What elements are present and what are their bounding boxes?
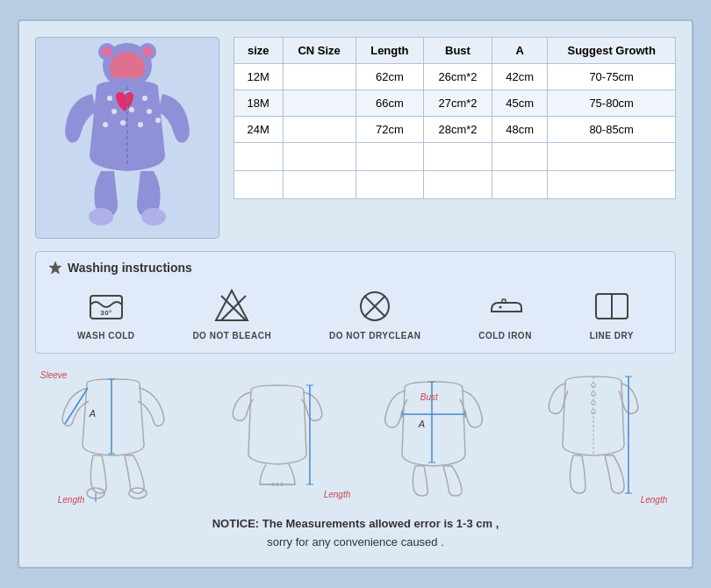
length-label-1: Length (58, 495, 85, 505)
svg-point-3 (102, 47, 112, 57)
svg-point-16 (155, 118, 161, 123)
do-not-bleach-item: DO NOT BLEACH (192, 287, 271, 341)
top-section: size CN Size Length Bust A Suggest Growt… (35, 37, 676, 239)
size-table: size CN Size Length Bust A Suggest Growt… (233, 37, 676, 239)
star-icon (48, 261, 62, 275)
svg-point-31 (499, 305, 501, 308)
svg-point-4 (142, 47, 153, 57)
washing-title: Washing instructions (48, 261, 663, 275)
washing-icons: 30° WASH COLD DO NOT BLEACH (48, 287, 663, 341)
table-row-empty (234, 142, 676, 170)
table-row: 24M72cm28cm*248cm80-85cm (234, 116, 676, 142)
notice-section: NOTICE: The Measurements allowed error i… (35, 515, 676, 552)
col-suggest-growth: Suggest Growth (548, 37, 676, 63)
table-row: 12M62cm26cm*242cm70-75cm (234, 63, 676, 90)
length-label-2: Length (324, 490, 351, 499)
diagram-footed-romper: Sleeve A Length (39, 366, 197, 506)
diagram-onesie: Length (212, 366, 352, 506)
svg-point-15 (138, 122, 143, 127)
diagram-bust: Bust A (368, 366, 508, 506)
svg-point-18 (141, 208, 166, 226)
svg-text:30°: 30° (100, 309, 112, 317)
svg-point-17 (89, 208, 113, 226)
svg-point-9 (142, 96, 147, 101)
col-cn-size: CN Size (283, 37, 356, 63)
wash-cold-item: 30° WASH COLD (77, 287, 135, 341)
a-label-2: A (419, 419, 425, 429)
svg-point-44 (280, 483, 284, 486)
table-row: 18M66cm27cm*245cm75-80cm (234, 90, 676, 116)
sleeve-label: Sleeve (40, 370, 68, 380)
line-dry-icon (592, 287, 631, 326)
product-image (35, 37, 219, 239)
svg-marker-20 (49, 262, 61, 274)
svg-point-14 (120, 120, 126, 125)
svg-point-43 (276, 483, 279, 486)
measurements-section: Sleeve A Length (35, 366, 676, 506)
col-a: A (492, 37, 548, 63)
svg-rect-29 (502, 299, 506, 303)
col-length: Length (356, 37, 423, 63)
diagram-footless-romper: Length (523, 366, 672, 506)
line-dry-item: LINE DRY (590, 287, 634, 341)
main-card: size CN Size Length Bust A Suggest Growt… (18, 19, 693, 570)
svg-point-12 (147, 109, 152, 114)
svg-point-7 (107, 96, 112, 101)
svg-point-11 (129, 107, 134, 112)
svg-point-10 (111, 109, 117, 114)
length-label-3: Length (641, 495, 668, 505)
wash-cold-icon: 30° (87, 287, 126, 326)
no-dryclean-icon (356, 287, 394, 326)
washing-section: Washing instructions 30° WASH COLD D (35, 251, 676, 354)
svg-point-42 (271, 483, 275, 486)
table-row-empty (234, 170, 676, 198)
no-bleach-icon (212, 287, 251, 326)
a-label-1: A (90, 408, 96, 419)
cold-iron-icon (486, 287, 525, 326)
svg-point-13 (103, 122, 108, 127)
notice-label: NOTICE: The Measurements allowed error i… (212, 517, 499, 530)
bust-label: Bust (420, 392, 438, 402)
col-size: size (234, 37, 284, 63)
col-bust: Bust (423, 37, 492, 63)
cold-iron-item: COLD IRON (478, 287, 532, 341)
do-not-dryclean-item: DO NOT DRYCLEAN (329, 287, 420, 341)
notice-line2: sorry for any convenience caused . (35, 534, 676, 552)
